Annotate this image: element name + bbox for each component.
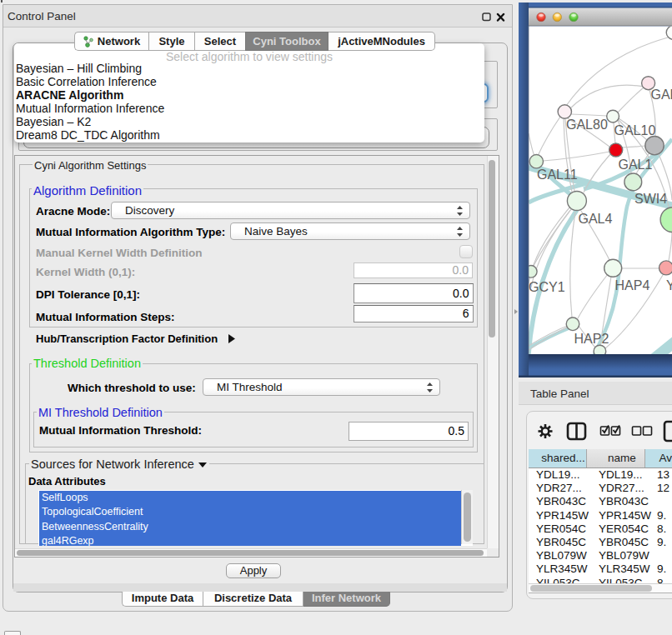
svg-text:HAP2: HAP2 [574,332,609,346]
svg-text:GAL4: GAL4 [579,212,613,226]
svg-text:GAL7: GAL7 [651,88,672,102]
svg-text:GAL80: GAL80 [566,118,608,132]
svg-text:SWI4: SWI4 [634,192,667,206]
svg-text:GCY1: GCY1 [529,280,565,294]
svg-text:GAL1: GAL1 [619,158,653,172]
svg-text:GAL11: GAL11 [537,168,578,182]
svg-text:GAL10: GAL10 [614,123,656,138]
svg-text:YM: YM [666,278,672,292]
svg-text:HAP4: HAP4 [615,278,650,292]
